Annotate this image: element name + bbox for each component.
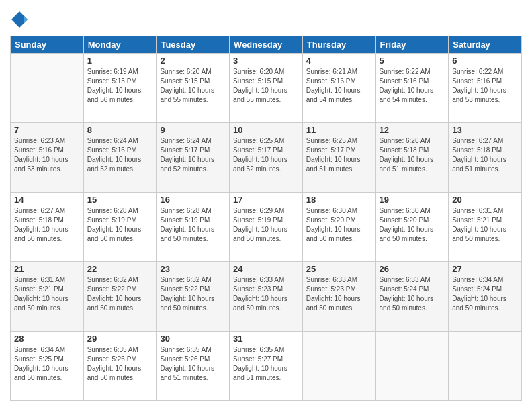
header-cell-saturday: Saturday: [449, 36, 522, 54]
header-cell-thursday: Thursday: [302, 36, 375, 54]
day-number: 16: [160, 195, 226, 205]
day-number: 31: [233, 334, 299, 344]
header-cell-tuesday: Tuesday: [157, 36, 230, 54]
day-number: 4: [306, 56, 372, 66]
day-number: 17: [233, 195, 299, 205]
calendar-cell: [302, 331, 375, 400]
day-info: Sunrise: 6:30 AM Sunset: 5:20 PM Dayligh…: [380, 206, 445, 244]
calendar-cell: 23Sunrise: 6:32 AM Sunset: 5:22 PM Dayli…: [157, 262, 230, 331]
calendar-cell: [11, 54, 84, 123]
day-number: 3: [233, 56, 299, 66]
day-info: Sunrise: 6:33 AM Sunset: 5:23 PM Dayligh…: [306, 275, 372, 313]
calendar-cell: 31Sunrise: 6:35 AM Sunset: 5:27 PM Dayli…: [230, 331, 303, 400]
day-number: 23: [160, 264, 226, 274]
logo-icon: [10, 10, 29, 29]
logo: [10, 10, 32, 29]
calendar-cell: 18Sunrise: 6:30 AM Sunset: 5:20 PM Dayli…: [302, 192, 375, 261]
day-info: Sunrise: 6:27 AM Sunset: 5:18 PM Dayligh…: [14, 206, 80, 244]
calendar-cell: 24Sunrise: 6:33 AM Sunset: 5:23 PM Dayli…: [230, 262, 303, 331]
day-number: 18: [306, 195, 372, 205]
calendar-week-4: 21Sunrise: 6:31 AM Sunset: 5:21 PM Dayli…: [11, 262, 522, 331]
day-info: Sunrise: 6:23 AM Sunset: 5:16 PM Dayligh…: [14, 136, 80, 174]
calendar-cell: 19Sunrise: 6:30 AM Sunset: 5:20 PM Dayli…: [375, 192, 449, 261]
day-info: Sunrise: 6:29 AM Sunset: 5:19 PM Dayligh…: [233, 206, 299, 244]
day-number: 30: [160, 334, 226, 344]
calendar-cell: 3Sunrise: 6:20 AM Sunset: 5:15 PM Daylig…: [230, 54, 303, 123]
day-number: 22: [87, 264, 153, 274]
day-info: Sunrise: 6:27 AM Sunset: 5:18 PM Dayligh…: [452, 136, 518, 174]
calendar-table: SundayMondayTuesdayWednesdayThursdayFrid…: [10, 36, 522, 401]
calendar-cell: 30Sunrise: 6:35 AM Sunset: 5:26 PM Dayli…: [157, 331, 230, 400]
day-number: 15: [87, 195, 153, 205]
day-number: 21: [14, 264, 80, 274]
day-info: Sunrise: 6:32 AM Sunset: 5:22 PM Dayligh…: [160, 275, 226, 313]
svg-marker-1: [24, 15, 28, 24]
day-number: 12: [380, 125, 445, 135]
day-info: Sunrise: 6:22 AM Sunset: 5:16 PM Dayligh…: [380, 67, 445, 105]
day-info: Sunrise: 6:24 AM Sunset: 5:17 PM Dayligh…: [160, 136, 226, 174]
calendar-header: SundayMondayTuesdayWednesdayThursdayFrid…: [11, 36, 522, 54]
calendar-cell: 10Sunrise: 6:25 AM Sunset: 5:17 PM Dayli…: [230, 123, 303, 192]
calendar-cell: 26Sunrise: 6:33 AM Sunset: 5:24 PM Dayli…: [375, 262, 449, 331]
header-cell-monday: Monday: [83, 36, 157, 54]
day-info: Sunrise: 6:31 AM Sunset: 5:21 PM Dayligh…: [14, 275, 80, 313]
day-info: Sunrise: 6:20 AM Sunset: 5:15 PM Dayligh…: [233, 67, 299, 105]
day-info: Sunrise: 6:34 AM Sunset: 5:24 PM Dayligh…: [452, 275, 518, 313]
calendar-cell: 4Sunrise: 6:21 AM Sunset: 5:16 PM Daylig…: [302, 54, 375, 123]
calendar-cell: 9Sunrise: 6:24 AM Sunset: 5:17 PM Daylig…: [157, 123, 230, 192]
calendar-cell: 11Sunrise: 6:25 AM Sunset: 5:17 PM Dayli…: [302, 123, 375, 192]
calendar-cell: 5Sunrise: 6:22 AM Sunset: 5:16 PM Daylig…: [375, 54, 449, 123]
calendar-body: 1Sunrise: 6:19 AM Sunset: 5:15 PM Daylig…: [11, 54, 522, 401]
calendar-cell: 25Sunrise: 6:33 AM Sunset: 5:23 PM Dayli…: [302, 262, 375, 331]
calendar-cell: 14Sunrise: 6:27 AM Sunset: 5:18 PM Dayli…: [11, 192, 84, 261]
calendar-cell: [375, 331, 449, 400]
calendar-page: SundayMondayTuesdayWednesdayThursdayFrid…: [0, 0, 532, 411]
day-number: 24: [233, 264, 299, 274]
calendar-week-5: 28Sunrise: 6:34 AM Sunset: 5:25 PM Dayli…: [11, 331, 522, 400]
day-number: 7: [14, 125, 80, 135]
calendar-cell: 6Sunrise: 6:22 AM Sunset: 5:16 PM Daylig…: [449, 54, 522, 123]
day-info: Sunrise: 6:30 AM Sunset: 5:20 PM Dayligh…: [306, 206, 372, 244]
day-number: 2: [160, 56, 226, 66]
calendar-cell: 21Sunrise: 6:31 AM Sunset: 5:21 PM Dayli…: [11, 262, 84, 331]
calendar-cell: 16Sunrise: 6:28 AM Sunset: 5:19 PM Dayli…: [157, 192, 230, 261]
calendar-cell: [449, 331, 522, 400]
day-number: 10: [233, 125, 299, 135]
calendar-week-3: 14Sunrise: 6:27 AM Sunset: 5:18 PM Dayli…: [11, 192, 522, 261]
day-info: Sunrise: 6:35 AM Sunset: 5:26 PM Dayligh…: [87, 345, 153, 383]
calendar-cell: 17Sunrise: 6:29 AM Sunset: 5:19 PM Dayli…: [230, 192, 303, 261]
calendar-cell: 15Sunrise: 6:28 AM Sunset: 5:19 PM Dayli…: [83, 192, 157, 261]
day-number: 19: [380, 195, 445, 205]
day-number: 1: [87, 56, 153, 66]
day-number: 14: [14, 195, 80, 205]
day-info: Sunrise: 6:20 AM Sunset: 5:15 PM Dayligh…: [160, 67, 226, 105]
day-info: Sunrise: 6:21 AM Sunset: 5:16 PM Dayligh…: [306, 67, 372, 105]
day-info: Sunrise: 6:35 AM Sunset: 5:26 PM Dayligh…: [160, 345, 226, 383]
calendar-cell: 27Sunrise: 6:34 AM Sunset: 5:24 PM Dayli…: [449, 262, 522, 331]
calendar-cell: 29Sunrise: 6:35 AM Sunset: 5:26 PM Dayli…: [83, 331, 157, 400]
day-number: 26: [380, 264, 445, 274]
calendar-cell: 13Sunrise: 6:27 AM Sunset: 5:18 PM Dayli…: [449, 123, 522, 192]
day-number: 27: [452, 264, 518, 274]
day-info: Sunrise: 6:35 AM Sunset: 5:27 PM Dayligh…: [233, 345, 299, 383]
day-number: 8: [87, 125, 153, 135]
day-info: Sunrise: 6:25 AM Sunset: 5:17 PM Dayligh…: [306, 136, 372, 174]
day-info: Sunrise: 6:25 AM Sunset: 5:17 PM Dayligh…: [233, 136, 299, 174]
day-info: Sunrise: 6:34 AM Sunset: 5:25 PM Dayligh…: [14, 345, 80, 383]
day-info: Sunrise: 6:26 AM Sunset: 5:18 PM Dayligh…: [380, 136, 445, 174]
day-info: Sunrise: 6:33 AM Sunset: 5:23 PM Dayligh…: [233, 275, 299, 313]
day-number: 29: [87, 334, 153, 344]
day-info: Sunrise: 6:32 AM Sunset: 5:22 PM Dayligh…: [87, 275, 153, 313]
calendar-cell: 28Sunrise: 6:34 AM Sunset: 5:25 PM Dayli…: [11, 331, 84, 400]
header: [10, 10, 522, 29]
day-number: 25: [306, 264, 372, 274]
calendar-week-1: 1Sunrise: 6:19 AM Sunset: 5:15 PM Daylig…: [11, 54, 522, 123]
day-number: 13: [452, 125, 518, 135]
day-info: Sunrise: 6:31 AM Sunset: 5:21 PM Dayligh…: [452, 206, 518, 244]
header-row: SundayMondayTuesdayWednesdayThursdayFrid…: [11, 36, 522, 54]
header-cell-sunday: Sunday: [11, 36, 84, 54]
day-info: Sunrise: 6:24 AM Sunset: 5:16 PM Dayligh…: [87, 136, 153, 174]
calendar-cell: 12Sunrise: 6:26 AM Sunset: 5:18 PM Dayli…: [375, 123, 449, 192]
day-info: Sunrise: 6:19 AM Sunset: 5:15 PM Dayligh…: [87, 67, 153, 105]
calendar-week-2: 7Sunrise: 6:23 AM Sunset: 5:16 PM Daylig…: [11, 123, 522, 192]
